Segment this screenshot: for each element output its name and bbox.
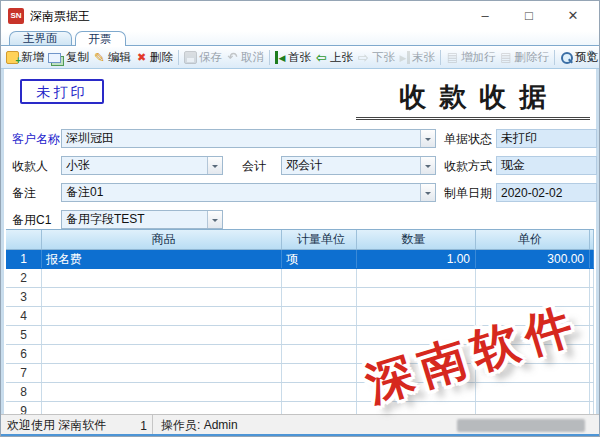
toolbar-buttons: 新增复制编辑删除保存取消首张上张下张末张增加行删除行预览 <box>4 49 599 66</box>
status-bar: 欢迎使用 深南软件 1 操作员: Admin <box>1 414 599 436</box>
cell-num: 1 <box>6 250 42 268</box>
toolbar-button-label: 复制 <box>66 50 89 65</box>
toolbar-button-delete[interactable]: 删除 <box>133 49 175 66</box>
cell-unit <box>282 364 357 382</box>
cell-qty <box>357 269 476 287</box>
table-row[interactable]: 1报名费项1.00300.00 <box>6 250 594 269</box>
toolbar-button-label: 编辑 <box>108 50 131 65</box>
last-icon <box>399 51 410 64</box>
remark-combobox[interactable]: 备注01 <box>61 183 436 202</box>
spare-value: 备用字段TEST <box>66 211 207 228</box>
cell-product <box>42 288 282 306</box>
method-field[interactable]: 现金 <box>496 156 597 175</box>
grid-body: 1报名费项1.00300.0023456789 <box>6 250 594 414</box>
toolbar-button-first[interactable]: 首张 <box>273 49 313 66</box>
toolbar-button-copy[interactable]: 复制 <box>46 49 91 66</box>
payee-combobox[interactable]: 小张 <box>61 156 223 175</box>
toolbar-button-label: 删除 <box>150 50 173 65</box>
remark-label: 备注 <box>12 186 36 200</box>
accountant-combobox[interactable]: 邓会计 <box>281 156 436 175</box>
cell-price <box>476 345 590 363</box>
preview-icon <box>560 51 573 64</box>
table-row[interactable]: 7 <box>6 364 594 383</box>
chevron-down-icon[interactable] <box>420 130 435 147</box>
status-operator-panel: 操作员: Admin <box>153 417 457 434</box>
toolbar-button-save: 保存 <box>182 49 224 66</box>
cell-num: 6 <box>6 345 42 363</box>
copy-icon <box>48 53 61 63</box>
status-welcome-text: 欢迎使用 深南软件 <box>7 417 106 434</box>
toolbar-button-prev[interactable]: 上张 <box>313 49 355 66</box>
titlebar: SN 深南票据王 – □ ✕ <box>1 1 599 31</box>
cell-num: 4 <box>6 307 42 325</box>
cell-tail <box>590 326 594 344</box>
status-count: 1 <box>140 419 147 433</box>
cell-unit <box>282 383 357 401</box>
toolbar-button-new[interactable]: 新增 <box>4 49 46 66</box>
tab-main[interactable]: 主界面 <box>9 31 72 45</box>
customer-combobox[interactable]: 深圳冠田 <box>61 129 436 148</box>
table-row[interactable]: 2 <box>6 269 594 288</box>
spare-combobox[interactable]: 备用字段TEST <box>61 210 223 229</box>
cell-price <box>476 383 590 401</box>
table-row[interactable]: 5 <box>6 326 594 345</box>
cell-unit <box>282 326 357 344</box>
cell-price: 300.00 <box>476 250 590 268</box>
cell-price <box>476 269 590 287</box>
customer-label: 客户名称 <box>12 132 60 146</box>
cell-num: 3 <box>6 288 42 306</box>
cell-product: 报名费 <box>42 250 282 268</box>
cell-qty <box>357 383 476 401</box>
toolbar-separator <box>269 50 270 65</box>
cell-qty <box>357 402 476 414</box>
cell-tail <box>590 250 594 268</box>
header-price[interactable]: 单价 <box>476 230 590 249</box>
table-row[interactable]: 9 <box>6 402 594 414</box>
toolbar-button-label: 末张 <box>412 50 435 65</box>
close-button[interactable]: ✕ <box>551 1 595 31</box>
toolbar-separator <box>554 50 555 65</box>
cell-unit <box>282 345 357 363</box>
table-row[interactable]: 3 <box>6 288 594 307</box>
cell-num: 5 <box>6 326 42 344</box>
prev-icon <box>315 51 328 64</box>
chevron-down-icon[interactable] <box>420 157 435 174</box>
next-icon <box>357 51 370 64</box>
cell-tail <box>590 402 594 414</box>
toolbar-overflow-button[interactable]: » <box>585 49 597 63</box>
save-icon <box>184 51 197 64</box>
toolbar-button-edit[interactable]: 编辑 <box>91 49 133 66</box>
cell-product <box>42 402 282 414</box>
maximize-button[interactable]: □ <box>507 1 551 31</box>
chevron-down-icon[interactable] <box>207 157 222 174</box>
status-value: 未打印 <box>501 130 537 147</box>
cell-unit <box>282 288 357 306</box>
chevron-down-icon[interactable] <box>420 184 435 201</box>
header-product[interactable]: 商品 <box>42 230 282 249</box>
table-row[interactable]: 8 <box>6 383 594 402</box>
toolbar-button-label: 删除行 <box>515 50 550 65</box>
date-field[interactable]: 2020-02-02 <box>496 183 597 202</box>
cell-unit: 项 <box>282 250 357 268</box>
tab-invoice[interactable]: 开票 <box>75 31 126 46</box>
toolbar-button-last: 末张 <box>397 49 437 66</box>
cell-tail <box>590 307 594 325</box>
cell-product <box>42 364 282 382</box>
table-row[interactable]: 6 <box>6 345 594 364</box>
cell-num: 7 <box>6 364 42 382</box>
table-row[interactable]: 4 <box>6 307 594 326</box>
delete-icon <box>135 51 148 64</box>
toolbar-separator <box>178 50 179 65</box>
cell-tail <box>590 345 594 363</box>
cell-product <box>42 383 282 401</box>
header-unit[interactable]: 计量单位 <box>282 230 357 249</box>
add-row-icon <box>446 51 459 64</box>
window-title: 深南票据王 <box>30 8 90 25</box>
status-field[interactable]: 未打印 <box>496 129 597 148</box>
chevron-down-icon[interactable] <box>207 211 222 228</box>
cell-unit <box>282 269 357 287</box>
header-qty[interactable]: 数量 <box>357 230 476 249</box>
cell-qty <box>357 326 476 344</box>
toolbar-button-label: 下张 <box>372 50 395 65</box>
minimize-button[interactable]: – <box>463 1 507 31</box>
